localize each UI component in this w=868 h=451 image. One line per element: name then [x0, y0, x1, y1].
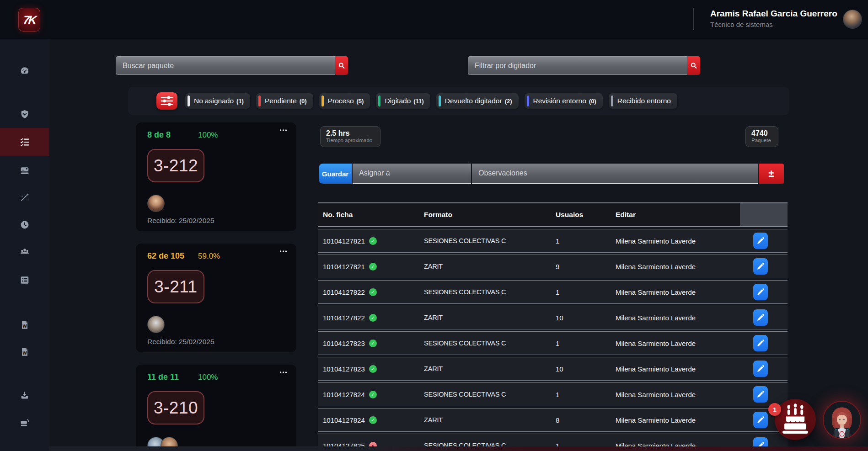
ellipsis-icon	[279, 250, 287, 253]
package-progress: 62 de 105	[147, 251, 184, 261]
status-ok-icon: ✓	[369, 365, 377, 373]
sidebar-item-magic-wand[interactable]	[0, 185, 49, 210]
edit-row-button[interactable]	[753, 361, 768, 377]
package-count-badge: 4740 Paquete	[745, 126, 778, 147]
chip-count: (0)	[300, 98, 307, 105]
cell-formato: ZARIT	[419, 416, 551, 424]
word-file-icon: W	[20, 320, 30, 330]
sidebar-item-gauge[interactable]	[0, 58, 49, 84]
sidebar-item-word-file[interactable]: W	[0, 312, 49, 338]
cell-edit	[740, 258, 788, 275]
filter-chip-digitado[interactable]: Digitado (11)	[376, 93, 430, 109]
package-cards-column: 8 de 8 100% 3-212 Recibido: 25/02/2025 6…	[136, 122, 296, 451]
filter-chip-pendiente[interactable]: Pendiente (0)	[256, 93, 313, 109]
save-button[interactable]: Guardar	[319, 164, 352, 184]
filter-chip-no-asignado[interactable]: No asignado (1)	[185, 93, 250, 109]
topbar: 7K Aramis Rafael Garcia Guerrero Técnico…	[0, 0, 868, 39]
sidebar-item-word-file[interactable]: W	[0, 339, 49, 365]
filter-chip-recibido-entorno[interactable]: Recibido entorno	[609, 93, 677, 109]
chip-accent-bar	[378, 96, 380, 106]
card-menu-button[interactable]	[279, 249, 287, 253]
edit-row-button[interactable]	[753, 412, 768, 428]
sidebar-item-users[interactable]	[0, 239, 49, 265]
digitizer-search-button[interactable]	[687, 56, 700, 75]
user-avatar[interactable]	[843, 10, 862, 29]
package-search-input[interactable]	[116, 56, 335, 75]
received-date: Recibido: 25/02/2025	[147, 217, 214, 225]
table-body: 10104127821 ✓ SESIONES COLECTIVAS C 1 Mi…	[318, 229, 788, 451]
edit-row-button[interactable]	[753, 386, 768, 403]
assignee-avatars	[147, 316, 161, 333]
chip-accent-bar	[321, 96, 324, 106]
filter-chip-proceso[interactable]: Proceso (5)	[319, 93, 370, 109]
cell-formato: SESIONES COLECTIVAS C	[419, 237, 551, 244]
cell-usuarios: 1	[551, 340, 611, 347]
cell-ficha: 10104127824 ✓	[318, 391, 419, 398]
cell-usuarios: 1	[551, 237, 611, 245]
assignee-avatars	[147, 195, 161, 212]
package-progress: 8 de 8	[147, 130, 171, 140]
package-code-badge: 3-210	[147, 391, 204, 424]
status-ok-icon: ✓	[369, 416, 377, 424]
table-row: 10104127821 ✓ SESIONES COLECTIVAS C 1 Mi…	[318, 229, 788, 253]
table-row: 10104127823 ✓ ZARIT 10 Milena Sarmiento …	[318, 357, 788, 381]
cell-edit	[740, 361, 788, 377]
header-divider	[693, 8, 694, 30]
filter-chip-revisi-n-entorno[interactable]: Revisión entorno (0)	[525, 93, 603, 109]
cell-formato: ZARIT	[419, 263, 551, 270]
observations-input[interactable]	[472, 164, 758, 184]
filters-button[interactable]	[156, 92, 177, 110]
chip-label: Digitado	[385, 97, 411, 105]
celebration-button[interactable]	[775, 399, 816, 440]
chip-count: (1)	[236, 98, 244, 105]
package-card[interactable]: 8 de 8 100% 3-212 Recibido: 25/02/2025	[136, 122, 296, 231]
card-menu-button[interactable]	[279, 128, 287, 132]
edit-row-button[interactable]	[753, 233, 768, 249]
filter-chip-devuelto-digitador[interactable]: Devuelto digitador (2)	[436, 93, 519, 109]
sidebar-item-card-sync[interactable]	[0, 410, 49, 435]
package-card[interactable]: 62 de 105 59.0% 3-211 Recibido: 25/02/20…	[136, 244, 296, 352]
estimated-time-value: 2.5 hrs	[326, 129, 375, 138]
status-chips: No asignado (1) Pendiente (0) Proceso (5…	[185, 93, 677, 109]
card-sync-icon	[20, 418, 30, 428]
sidebar-item-shield-check[interactable]	[0, 101, 49, 127]
user-menu[interactable]: Aramis Rafael Garcia Guerrero Técnico de…	[710, 9, 840, 28]
column-header-formato: Formato	[419, 203, 551, 226]
shield-check-icon	[20, 109, 30, 119]
edit-row-button[interactable]	[753, 309, 768, 326]
package-percent: 59.0%	[198, 252, 220, 261]
chip-label: Devuelto digitador	[445, 97, 502, 105]
sidebar-item-download[interactable]	[0, 382, 49, 408]
edit-row-button[interactable]	[753, 284, 768, 300]
package-card[interactable]: 11 de 11 100% 3-210	[136, 365, 296, 451]
cell-edit	[740, 335, 788, 351]
card-menu-button[interactable]	[279, 370, 287, 374]
status-ok-icon: ✓	[369, 263, 377, 271]
digitizer-filter-input[interactable]	[468, 56, 687, 75]
edit-row-button[interactable]	[753, 335, 768, 351]
checklist-icon	[20, 137, 30, 147]
chip-label: Revisión entorno	[533, 97, 586, 105]
assign-to-input[interactable]	[353, 164, 471, 184]
cell-ficha: 10104127823 ✓	[318, 340, 419, 347]
sidebar-item-id-card[interactable]	[0, 158, 49, 183]
chip-accent-bar	[611, 96, 613, 106]
app-logo[interactable]: 7K	[18, 8, 40, 32]
sidebar-item-list[interactable]	[0, 267, 49, 293]
assignment-controls: Guardar ±	[319, 164, 784, 184]
cell-editor: Milena Sarmiento Laverde	[611, 416, 740, 424]
package-search-button[interactable]	[335, 56, 348, 75]
sidebar-item-checklist[interactable]	[0, 128, 49, 156]
package-search-group	[116, 56, 348, 75]
chip-accent-bar	[258, 96, 261, 106]
assistant-avatar-image	[824, 402, 860, 438]
add-remove-button[interactable]: ±	[759, 164, 784, 184]
sliders-icon	[159, 93, 175, 109]
sidebar-item-clock[interactable]	[0, 212, 49, 238]
cell-ficha: 10104127824 ✓	[318, 416, 419, 424]
sidebar: W W	[0, 39, 49, 451]
package-count-label: Paquete	[751, 138, 772, 143]
assistant-avatar[interactable]	[823, 401, 861, 439]
cell-ficha: 10104127822 ✓	[318, 288, 419, 296]
edit-row-button[interactable]	[753, 258, 768, 275]
